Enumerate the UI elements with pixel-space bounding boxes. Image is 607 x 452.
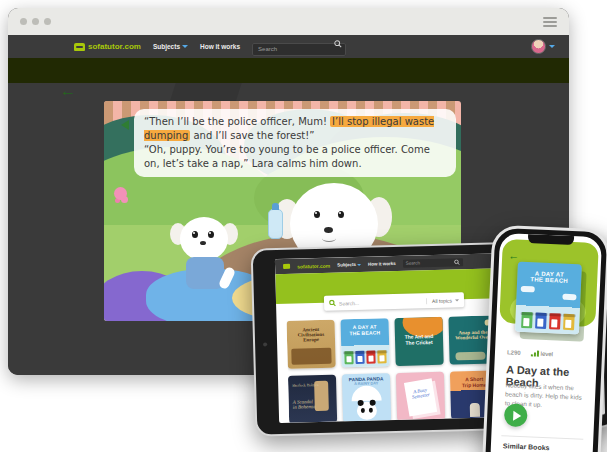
level-badge: level (531, 350, 554, 357)
book-cover-ancient-civilisations[interactable]: AncientCivilisationsEurope (287, 320, 336, 369)
story-paragraph-2: “Oh, puppy. You’re too young to be a pol… (144, 143, 446, 171)
search-icon (329, 300, 336, 307)
couch-logo-icon (74, 43, 85, 51)
window-dot[interactable] (20, 18, 27, 25)
search-placeholder: Search (406, 260, 420, 265)
play-icon (513, 410, 521, 420)
avatar[interactable] (531, 39, 546, 54)
recycling-bins-art (515, 312, 580, 331)
nav-how-it-works[interactable]: How it works (368, 261, 396, 267)
navbar-search[interactable]: Search (403, 258, 463, 268)
nav-subjects[interactable]: Subjects (153, 43, 188, 50)
umbrella-art (351, 385, 381, 401)
topics-dropdown[interactable]: All topics (426, 297, 459, 304)
phone-mockup: ← A DAY ATTHE BEACH L290 level A Day at … (482, 225, 607, 452)
tablet-camera (263, 342, 267, 346)
logo-text[interactable]: sofatutor.com (297, 262, 330, 269)
cloud-art (562, 294, 576, 301)
topics-label: All topics (432, 297, 452, 304)
page-header-band (8, 58, 569, 83)
logo-text: sofatutor.com (88, 42, 141, 51)
chevron-down-icon (182, 45, 188, 48)
nav-how-it-works[interactable]: How it works (200, 43, 240, 50)
nav-how-it-works-label: How it works (200, 43, 240, 50)
flower-art (114, 187, 127, 200)
puppy-character (168, 209, 248, 309)
level-label: level (541, 351, 554, 358)
couch-logo-icon (283, 264, 290, 269)
level-icon (531, 350, 539, 356)
nav-subjects[interactable]: Subjects (337, 262, 361, 268)
phone-screen: ← A DAY ATTHE BEACH L290 level A Day at … (490, 233, 602, 452)
browser-chrome-bar (8, 8, 569, 35)
chevron-down-icon (357, 263, 361, 265)
chevron-down-icon (455, 299, 459, 301)
site-navbar: sofatutor.com Subjects How it works (8, 35, 569, 58)
divider (501, 435, 583, 440)
book-cover-panda-panda[interactable]: PANDA PANDA A RAINY DAY (342, 373, 391, 422)
story-paragraph-1: “Then I’ll be the police officer, Mum! I… (144, 115, 446, 143)
nav-subjects-label: Subjects (153, 43, 180, 50)
play-button[interactable] (504, 403, 528, 427)
marketing-composite: sofatutor.com Subjects How it works (0, 0, 607, 452)
library-search-input[interactable] (339, 298, 423, 306)
book-meta-row: L290 level (507, 349, 553, 357)
menu-icon[interactable] (543, 17, 557, 27)
back-arrow-icon[interactable]: ← (60, 83, 76, 99)
navbar-search (252, 37, 346, 56)
chevron-down-icon (549, 45, 555, 48)
recycling-bins-art (341, 350, 389, 364)
book-cover-a-day-at-the-beach[interactable]: A DAY ATTHE BEACH (340, 318, 389, 367)
similar-books-heading: Similar Books (503, 442, 550, 451)
level-code: L290 (507, 349, 521, 356)
story-text: “Then I’ll be the police officer, Mum! (144, 116, 330, 127)
back-arrow-icon[interactable]: ← (508, 249, 520, 261)
search-icon (454, 259, 460, 265)
search-icon[interactable] (334, 40, 342, 48)
sofatutor-logo[interactable]: sofatutor.com (74, 42, 141, 51)
window-dot[interactable] (32, 18, 39, 25)
story-text-box: “Then I’ll be the police officer, Mum! I… (134, 109, 456, 177)
audio-marker-icon[interactable] (121, 120, 129, 130)
account-menu[interactable] (531, 39, 555, 54)
library-search-bar: All topics (324, 292, 464, 311)
search-input[interactable] (252, 43, 346, 56)
book-cover-busy-semester[interactable]: A BusySemester (396, 372, 445, 421)
book-cover-a-day-at-the-beach[interactable]: A DAY ATTHE BEACH (515, 262, 582, 335)
window-control-dots[interactable] (20, 18, 51, 25)
story-text: and I’ll save the forest!” (190, 130, 314, 141)
book-cover-ant-and-cricket[interactable]: The Ant andThe Cricket (394, 317, 443, 366)
book-cover-scandal-in-bohemia[interactable]: Sherlock Holmes A Scandalin Bohemia (288, 375, 337, 423)
cloud-art (521, 286, 535, 293)
baby-bottle-art (268, 209, 283, 239)
window-dot[interactable] (44, 18, 51, 25)
panda-art (357, 402, 377, 421)
